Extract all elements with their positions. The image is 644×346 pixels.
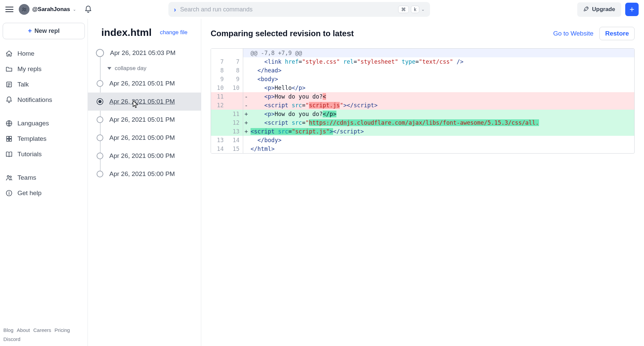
footer-link-blog[interactable]: Blog — [3, 327, 13, 333]
old-line-number: 14 — [211, 145, 227, 153]
diff-code: <link href="style.css" rel="stylesheet" … — [249, 57, 634, 66]
restore-button[interactable]: Restore — [599, 27, 635, 40]
new-line-number: 11 — [227, 110, 243, 118]
search-placeholder: Search and run commands — [180, 6, 394, 13]
revision-item[interactable]: Apr 26, 2021 05:03 PM — [88, 44, 201, 62]
footer-link-about[interactable]: About — [17, 327, 30, 333]
new-repl-button[interactable]: + New repl — [3, 23, 85, 39]
svg-rect-10 — [7, 139, 9, 141]
new-line-number: 8 — [227, 66, 243, 75]
sidebar-item-tutorials[interactable]: Tutorials — [0, 147, 88, 162]
svg-point-0 — [23, 8, 24, 10]
sidebar-item-my-repls[interactable]: My repls — [0, 61, 88, 77]
svg-point-1 — [25, 8, 26, 10]
sidebar-item-home[interactable]: Home — [0, 46, 88, 61]
old-line-number — [211, 127, 227, 136]
filename: index.html — [101, 27, 152, 38]
revision-item[interactable]: Apr 26, 2021 05:01 PM — [88, 111, 201, 129]
revision-timestamp: Apr 26, 2021 05:00 PM — [109, 170, 175, 178]
hamburger-menu-icon[interactable] — [5, 5, 13, 13]
diff-line: 1314 </body> — [211, 136, 634, 145]
user-menu[interactable]: @SarahJonas ⌄ — [19, 4, 76, 15]
revision-dot-icon — [97, 171, 103, 177]
sidebar-item-label: My repls — [17, 65, 42, 73]
sidebar-item-languages[interactable]: Languages — [0, 116, 88, 131]
globe-icon — [5, 120, 13, 127]
svg-rect-9 — [9, 136, 11, 138]
plus-icon: + — [28, 27, 32, 35]
revision-item[interactable]: Apr 26, 2021 05:00 PM — [88, 147, 201, 165]
diff-line: 88 </head> — [211, 66, 634, 75]
top-header: @SarahJonas ⌄ › Search and run commands … — [0, 0, 644, 19]
sidebar-item-label: Languages — [17, 120, 49, 127]
old-line-number: 10 — [211, 83, 227, 92]
diff-code: <script src="https://cdnjs.cloudflare.co… — [249, 118, 634, 127]
book-icon — [5, 151, 13, 158]
revision-item[interactable]: Apr 26, 2021 05:01 PM — [88, 74, 201, 93]
diff-title: Comparing selected revision to latest — [211, 29, 354, 38]
prompt-icon: › — [174, 6, 176, 13]
diff-line: 12- <script src="script.js"></script> — [211, 101, 634, 110]
sidebar-item-templates[interactable]: Templates — [0, 131, 88, 147]
diff-sign — [243, 145, 249, 153]
post-icon — [5, 81, 13, 88]
footer-link-pricing[interactable]: Pricing — [55, 327, 70, 333]
old-line-number: 8 — [211, 66, 227, 75]
diff-code: </html> — [249, 145, 634, 153]
diff-line: 11+ <p>How do you do?</p> — [211, 110, 634, 118]
diff-line: 99 <body> — [211, 75, 634, 83]
new-line-number: 13 — [227, 127, 243, 136]
rocket-icon — [583, 6, 589, 13]
notifications-icon[interactable] — [84, 5, 92, 13]
diff-code: <body> — [249, 75, 634, 83]
chevron-down-icon[interactable]: ⌄ — [421, 7, 425, 12]
avatar — [19, 4, 30, 15]
sidebar-item-teams[interactable]: Teams — [0, 170, 88, 185]
revision-item[interactable]: Apr 26, 2021 05:01 PM — [88, 93, 201, 111]
upgrade-button[interactable]: Upgrade — [577, 2, 621, 17]
diff-hunk-header: @@ -7,8 +7,9 @@ — [211, 49, 634, 57]
diff-sign — [243, 136, 249, 145]
sidebar-item-label: Home — [17, 50, 35, 57]
sidebar-item-talk[interactable]: Talk — [0, 77, 88, 92]
new-line-number — [227, 101, 243, 110]
people-icon — [5, 174, 13, 181]
diff-line: 13+<script src="script.js"></script> — [211, 127, 634, 136]
sidebar-item-label: Get help — [17, 189, 42, 197]
diff-sign: + — [243, 118, 249, 127]
diff-sign: - — [243, 92, 249, 101]
diff-sign — [243, 66, 249, 75]
footer-link-careers[interactable]: Careers — [33, 327, 51, 333]
sidebar-item-label: Notifications — [17, 96, 52, 104]
bell-icon — [5, 96, 13, 104]
sidebar-item-get-help[interactable]: Get help — [0, 185, 88, 201]
diff-line: 1010 <p>Hello</p> — [211, 83, 634, 92]
old-line-number: 11 — [211, 92, 227, 101]
diff-code: <p>Hello</p> — [249, 83, 634, 92]
sidebar: + New repl HomeMy replsTalkNotifications… — [0, 19, 88, 346]
new-line-number: 12 — [227, 118, 243, 127]
footer-link-discord[interactable]: Discord — [3, 336, 20, 342]
diff-code: <p>How do you do?</p> — [249, 110, 634, 118]
new-line-number: 7 — [227, 57, 243, 66]
diff-line: 12+ <script src="https://cdnjs.cloudflar… — [211, 118, 634, 127]
go-to-website-link[interactable]: Go to Website — [553, 30, 593, 37]
svg-rect-11 — [9, 139, 11, 141]
revision-dot-icon — [97, 98, 103, 105]
info-icon — [5, 189, 13, 197]
revision-dot-icon — [97, 116, 103, 123]
sidebar-item-notifications[interactable]: Notifications — [0, 92, 88, 108]
footer-links: BlogAboutCareersPricingDiscord — [0, 323, 88, 346]
diff-line: 77 <link href="style.css" rel="styleshee… — [211, 57, 634, 66]
revision-item[interactable]: Apr 26, 2021 05:00 PM — [88, 129, 201, 147]
revision-dot-icon — [97, 153, 103, 159]
change-file-link[interactable]: change file — [160, 29, 187, 36]
new-button[interactable]: + — [625, 3, 639, 16]
collapse-day-toggle[interactable]: collapse day — [88, 62, 201, 74]
command-search[interactable]: › Search and run commands ⌘ k ⌄ — [168, 2, 430, 17]
chevron-down-icon: ⌄ — [73, 7, 76, 12]
revision-timestamp: Apr 26, 2021 05:01 PM — [109, 98, 175, 105]
revision-item[interactable]: Apr 26, 2021 05:00 PM — [88, 165, 201, 183]
triangle-down-icon — [107, 67, 111, 70]
svg-point-14 — [10, 176, 11, 178]
